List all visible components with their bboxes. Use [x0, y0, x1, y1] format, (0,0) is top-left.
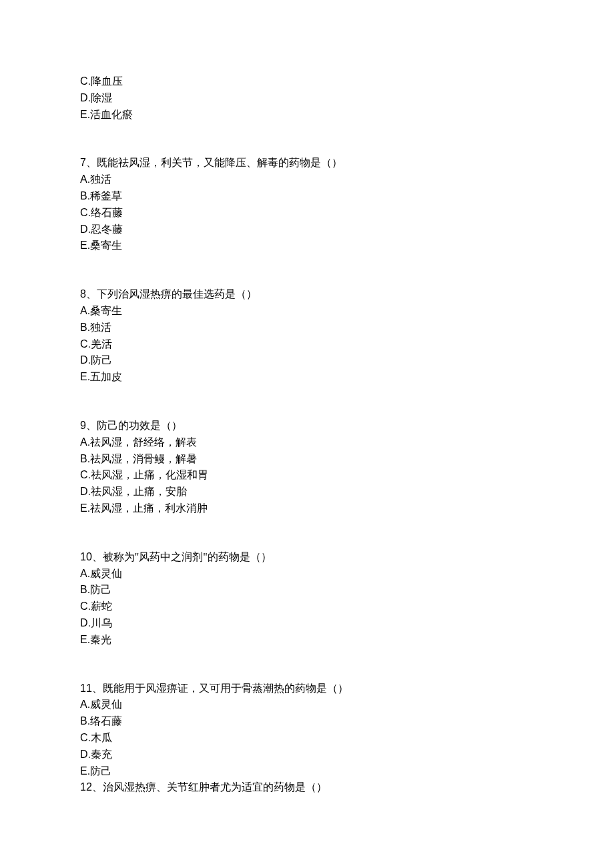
question-block: C.降血压D.除湿E.活血化瘀 [80, 73, 614, 123]
option: D.川乌 [80, 615, 614, 632]
separator: 、 [86, 288, 97, 300]
option: D.防己 [80, 352, 614, 369]
option-text: 稀釜草 [90, 190, 122, 201]
option-letter: D [80, 354, 88, 366]
option-text: 祛风湿，止痛，安胎 [91, 486, 187, 497]
question-text: 治风湿热痹、关节红肿者尤为适宜的药物是（） [103, 781, 327, 793]
option: B.络石藤 [80, 713, 614, 730]
option-text: 忍冬藤 [91, 224, 123, 235]
option: D.秦充 [80, 747, 614, 763]
option: C.薪蛇 [80, 598, 614, 615]
question-number: 11 [80, 683, 92, 694]
option-letter: D [80, 224, 88, 235]
option-letter: C [80, 469, 88, 480]
option-text: 桑寄生 [90, 240, 122, 251]
option-text: 独活 [90, 173, 111, 185]
separator: 、 [92, 781, 103, 793]
option-letter: A [80, 305, 87, 316]
option-text: 防己 [90, 765, 111, 777]
option: B.祛风湿，消骨鳗，解暑 [80, 451, 614, 468]
option-text: 木瓜 [91, 732, 112, 743]
option-letter: D [80, 92, 88, 103]
option-text: 祛风湿，止痛，利水消肿 [90, 502, 208, 514]
option: D.忍冬藤 [80, 222, 614, 238]
question-block: 7、既能祛风湿，利关节，又能降压、解毒的药物是（）A.独活B.稀釜草C.络石藤D… [80, 155, 614, 254]
question-text: 下列治风湿热痹的最佳选药是（） [97, 288, 257, 300]
option-letter: C [80, 600, 88, 612]
option-letter: A [80, 436, 87, 448]
option-text: 防己 [90, 584, 111, 595]
separator: 、 [92, 551, 103, 562]
question-text: 防己的功效是（） [97, 420, 182, 431]
option-text: 祛风湿，舒经络，解表 [90, 436, 197, 448]
option: D.祛风湿，止痛，安胎 [80, 484, 614, 500]
option: E.秦光 [80, 632, 614, 648]
option: B.稀釜草 [80, 188, 614, 205]
option-letter: B [80, 453, 87, 464]
option: C.络石藤 [80, 205, 614, 222]
option-text: 降血压 [91, 75, 123, 87]
question-number: 8 [80, 288, 86, 300]
option-text: 络石藤 [90, 715, 122, 727]
question-block: 10、被称为"风药中之润剂"的药物是（）A.威灵仙B.防己C.薪蛇D.川乌E.秦… [80, 549, 614, 648]
option-letter: D [80, 749, 88, 760]
option-text: 威灵仙 [90, 699, 122, 710]
option-text: 防己 [91, 354, 112, 366]
option: E.活血化瘀 [80, 107, 614, 123]
option: A.祛风湿，舒经络，解表 [80, 434, 614, 451]
separator: 、 [86, 157, 97, 168]
option-letter: B [80, 584, 87, 595]
option-text: 五加皮 [90, 371, 122, 382]
option-letter: E [80, 240, 87, 251]
option-letter: A [80, 568, 87, 579]
option-text: 活血化瘀 [90, 109, 133, 120]
option-text: 川乌 [91, 617, 112, 628]
option-text: 络石藤 [91, 207, 123, 218]
option-letter: E [80, 765, 87, 777]
question-stem: 9、防己的功效是（） [80, 418, 614, 434]
question-number: 12 [80, 781, 92, 793]
question-stem: 7、既能祛风湿，利关节，又能降压、解毒的药物是（） [80, 155, 614, 171]
option-letter: A [80, 173, 87, 185]
option: E.桑寄生 [80, 238, 614, 254]
option-text: 秦充 [91, 749, 112, 760]
option-text: 秦光 [90, 634, 111, 645]
option-letter: B [80, 715, 87, 727]
option-text: 祛风湿，止痛，化湿和胃 [91, 469, 208, 480]
question-number: 7 [80, 157, 86, 168]
option-letter: E [80, 634, 87, 645]
option-letter: E [80, 502, 87, 514]
option-letter: C [80, 338, 88, 350]
question-text: 被称为"风药中之润剂"的药物是（） [103, 551, 272, 562]
option: A.独活 [80, 171, 614, 188]
option: C.降血压 [80, 73, 614, 90]
option: E.五加皮 [80, 369, 614, 386]
question-text: 既能用于风湿痹证，又可用于骨蒸潮热的药物是（） [103, 683, 348, 694]
option: A.威灵仙 [80, 697, 614, 713]
option: C.祛风湿，止痛，化湿和胃 [80, 467, 614, 484]
option-text: 羌活 [91, 338, 112, 350]
document-page: C.降血压D.除湿E.活血化瘀 7、既能祛风湿，利关节，又能降压、解毒的药物是（… [80, 73, 614, 796]
option: B.独活 [80, 320, 614, 336]
option-letter: E [80, 109, 87, 120]
question-number: 9 [80, 420, 86, 431]
question-stem: 8、下列治风湿热痹的最佳选药是（） [80, 286, 614, 303]
separator: 、 [92, 683, 103, 694]
option-letter: B [80, 322, 87, 333]
separator: 、 [86, 420, 97, 431]
option: C.羌活 [80, 336, 614, 353]
question-text: 既能祛风湿，利关节，又能降压、解毒的药物是（） [97, 157, 342, 168]
question-block: 8、下列治风湿热痹的最佳选药是（）A.桑寄生B.独活C.羌活D.防己E.五加皮 [80, 286, 614, 386]
option-letter: C [80, 75, 88, 87]
option: E.祛风湿，止痛，利水消肿 [80, 500, 614, 517]
questions-container: 7、既能祛风湿，利关节，又能降压、解毒的药物是（）A.独活B.稀釜草C.络石藤D… [80, 155, 614, 779]
option-letter: D [80, 617, 88, 628]
option: B.防己 [80, 582, 614, 598]
option: D.除湿 [80, 90, 614, 107]
question-block: 9、防己的功效是（）A.祛风湿，舒经络，解表B.祛风湿，消骨鳗，解暑C.祛风湿，… [80, 418, 614, 517]
option-letter: C [80, 732, 88, 743]
option-text: 祛风湿，消骨鳗，解暑 [90, 453, 197, 464]
option-letter: C [80, 207, 88, 218]
option-letter: B [80, 190, 87, 201]
option-text: 威灵仙 [90, 568, 122, 579]
